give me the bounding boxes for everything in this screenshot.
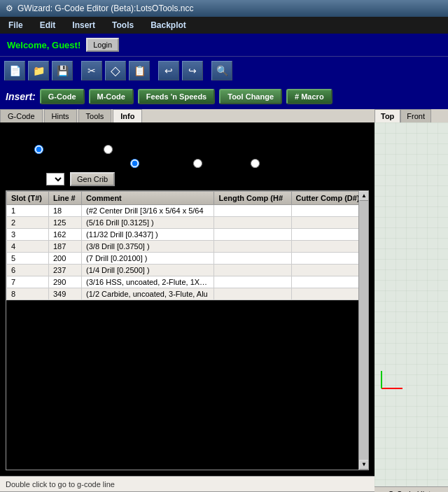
toolbar-diamond-button[interactable]: ◇ — [105, 61, 126, 80]
cell-cutter — [291, 217, 368, 229]
gcode-hints-label: G-Code Hints — [374, 486, 448, 492]
toolbar-cut-button[interactable]: ✂ — [81, 61, 102, 80]
col-line: Line # — [48, 192, 81, 205]
cell-slot: 3 — [7, 229, 49, 241]
scroll-down-button[interactable]: ▼ — [359, 460, 369, 470]
mapping-slot-option[interactable]: Map Slot # — [193, 158, 245, 168]
toolbar-redo-button[interactable]: ↪ — [182, 61, 203, 80]
mapping-row: Tool Crib to Tool Table Mapping: No Mapp… — [6, 158, 369, 168]
cell-line: 349 — [48, 288, 81, 300]
cell-length — [214, 205, 291, 217]
mapping-none-option[interactable]: No Mapping — [130, 158, 188, 168]
panel-title: Tool Changes: — [6, 128, 369, 140]
cell-comment: (1/2 Carbide, uncoated, 3-Flute, Alu — [82, 288, 214, 300]
scroll-track[interactable] — [359, 201, 368, 460]
show-toollist-radio[interactable] — [104, 145, 113, 154]
insert-feeds-button[interactable]: Feeds 'n Speeds — [138, 89, 215, 104]
toolbar-new-button[interactable]: 📄 — [4, 61, 25, 80]
cell-slot: 7 — [7, 276, 49, 288]
insert-mcode-button[interactable]: M-Code — [89, 89, 134, 104]
cell-length — [214, 265, 291, 276]
table-row[interactable]: 4 187 (3/8 Drill [0.3750] ) — [7, 241, 368, 253]
toolbar-paste-button[interactable]: 📋 — [129, 61, 150, 80]
tab-gcode[interactable]: G-Code — [0, 109, 43, 122]
table-row[interactable]: 3 162 (11/32 Drill [0.3437] ) — [7, 229, 368, 241]
toolbar-undo-button[interactable]: ↩ — [158, 61, 179, 80]
cell-comment: (11/32 Drill [0.3437] ) — [82, 229, 214, 241]
cell-length — [214, 229, 291, 241]
mapping-comment-option[interactable]: Map Comment — [251, 158, 318, 168]
crib-label: Use Crib: — [6, 174, 41, 184]
welcome-text: Welcome, Guest! — [7, 40, 80, 50]
table-row[interactable]: 7 290 (3/16 HSS, uncoated, 2-Flute, 1XSl… — [7, 276, 368, 288]
menu-edit[interactable]: Edit — [31, 18, 64, 32]
welcome-bar: Welcome, Guest! Login — [0, 34, 448, 56]
cell-slot: 4 — [7, 241, 49, 253]
tab-info[interactable]: Info — [113, 109, 142, 122]
cell-line: 290 — [48, 276, 81, 288]
table-row[interactable]: 5 200 (7 Drill [0.20100] ) — [7, 253, 368, 265]
cell-line: 18 — [48, 205, 81, 217]
login-button[interactable]: Login — [86, 38, 119, 52]
cell-line: 200 — [48, 253, 81, 265]
content-area: G-Code Hints Tools Info Tool Changes: Sh… — [0, 109, 448, 492]
table-row[interactable]: 2 125 (5/16 Drill [0.3125] ) — [7, 217, 368, 229]
cell-line: 237 — [48, 265, 81, 276]
left-panel: G-Code Hints Tools Info Tool Changes: Sh… — [0, 109, 374, 492]
mapping-label: Tool Crib to Tool Table Mapping: — [6, 158, 125, 168]
toolbar-open-button[interactable]: 📁 — [28, 61, 49, 80]
svg-rect-0 — [374, 122, 448, 486]
toolbar-save-button[interactable]: 💾 — [52, 61, 73, 80]
menu-insert[interactable]: Insert — [64, 18, 104, 32]
insert-bar: Insert: G-Code M-Code Feeds 'n Speeds To… — [0, 84, 448, 109]
menu-file[interactable]: File — [0, 18, 31, 32]
show-row: Show: Tool Changes Tool List — [6, 144, 369, 154]
insert-gcode-button[interactable]: G-Code — [40, 89, 85, 104]
insert-toolchange-button[interactable]: Tool Change — [219, 89, 282, 104]
table-row[interactable]: 8 349 (1/2 Carbide, uncoated, 3-Flute, A… — [7, 288, 368, 300]
show-toolchanges-option[interactable]: Tool Changes — [34, 144, 97, 154]
scroll-up-button[interactable]: ▲ — [359, 191, 369, 201]
tab-top[interactable]: Top — [374, 109, 400, 122]
cell-comment: (3/8 Drill [0.3750] ) — [82, 241, 214, 253]
cell-cutter — [291, 241, 368, 253]
mapping-slot-radio[interactable] — [193, 159, 202, 168]
gen-crib-button[interactable]: Gen Crib — [70, 172, 115, 186]
cell-cutter — [291, 288, 368, 300]
col-comment: Comment — [82, 192, 214, 205]
cell-slot: 8 — [7, 288, 49, 300]
vertical-scrollbar[interactable]: ▲ ▼ — [358, 191, 368, 470]
cell-line: 187 — [48, 241, 81, 253]
crib-select[interactable] — [46, 173, 64, 185]
tab-front[interactable]: Front — [400, 109, 431, 122]
menu-tools[interactable]: Tools — [104, 18, 142, 32]
table-row[interactable]: 6 237 (1/4 Drill [0.2500] ) — [7, 265, 368, 276]
tool-changes-panel: Tool Changes: Show: Tool Changes Tool Li… — [0, 122, 374, 476]
hint-text: Double click to go to g-code line — [6, 480, 115, 489]
cell-slot: 5 — [7, 253, 49, 265]
cell-slot: 2 — [7, 217, 49, 229]
tab-tools[interactable]: Tools — [78, 109, 112, 122]
grid-svg — [374, 122, 448, 486]
cell-cutter — [291, 229, 368, 241]
cell-length — [214, 253, 291, 265]
tool-table: Slot (T#) Line # Comment Length Comp (H#… — [6, 190, 369, 470]
cell-slot: 1 — [7, 205, 49, 217]
cell-comment: (5/16 Drill [0.3125] ) — [82, 217, 214, 229]
mapping-none-radio[interactable] — [130, 159, 139, 168]
cell-slot: 6 — [7, 265, 49, 276]
tool-data-table: Slot (T#) Line # Comment Length Comp (H#… — [6, 191, 368, 300]
cell-length — [214, 276, 291, 288]
show-toolchanges-radio[interactable] — [34, 145, 43, 154]
tab-hints[interactable]: Hints — [44, 109, 77, 122]
cell-cutter — [291, 276, 368, 288]
menu-backplot[interactable]: Backplot — [142, 18, 195, 32]
content-tab-row: G-Code Hints Tools Info — [0, 109, 374, 122]
mapping-none-label: No Mapping — [142, 158, 188, 168]
mapping-comment-radio[interactable] — [251, 159, 260, 168]
toolbar-search-button[interactable]: 🔍 — [211, 61, 232, 80]
table-row[interactable]: 1 18 (#2 Center Drill [3/16 x 5/64 x 5/6… — [7, 205, 368, 217]
show-toollist-option[interactable]: Tool List — [104, 144, 146, 154]
insert-macro-button[interactable]: # Macro — [286, 89, 332, 104]
mapping-slot-label: Map Slot # — [205, 158, 245, 168]
